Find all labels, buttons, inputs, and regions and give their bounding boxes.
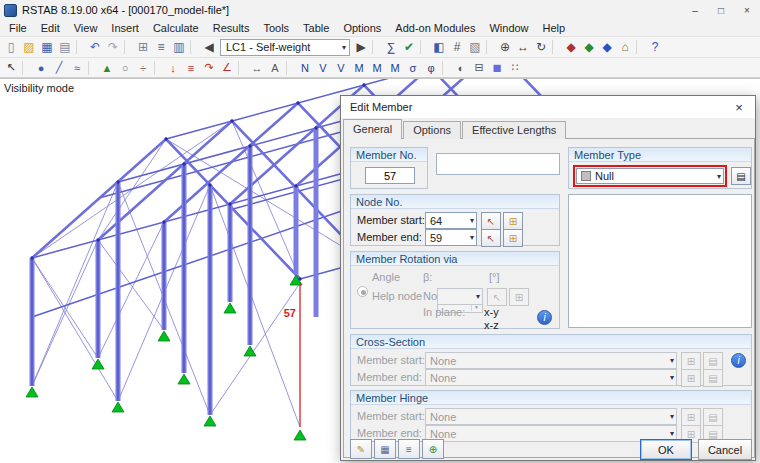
load-case-combo[interactable]: LC1 - Self-weight ▾	[220, 39, 350, 56]
panel-toggle-icon[interactable]: ▧	[466, 38, 484, 56]
menu-file[interactable]: File	[2, 20, 34, 37]
comment-button[interactable]: ✎	[350, 439, 372, 459]
angle-radio[interactable]	[357, 286, 368, 297]
menu-addon-modules[interactable]: Add-on Modules	[388, 20, 482, 37]
visibility-icon[interactable]: ◐	[452, 59, 470, 77]
new-file-icon[interactable]: ▯	[2, 38, 20, 56]
menu-window[interactable]: Window	[482, 20, 535, 37]
panel-icon[interactable]: ▥	[170, 38, 188, 56]
view-x-icon[interactable]: ◆	[562, 38, 580, 56]
new-end-node-button[interactable]: ⊞	[503, 229, 523, 247]
cs-start-combo[interactable]: None ▾	[425, 352, 677, 369]
member-end-node-combo[interactable]: 59 ▾	[425, 229, 477, 246]
tables-icon[interactable]: ⊞	[134, 38, 152, 56]
calculate-icon[interactable]: ∑	[382, 38, 400, 56]
imperfection-icon[interactable]: ∠	[218, 59, 236, 77]
menu-options[interactable]: Options	[336, 20, 388, 37]
menu-calculate[interactable]: Calculate	[146, 20, 206, 37]
clipping-icon[interactable]: ⊟	[470, 59, 488, 77]
cs-end-new-button[interactable]: ⊞	[681, 369, 701, 387]
close-button[interactable]: ×	[734, 0, 760, 20]
pick-end-node-button[interactable]: ↖	[481, 229, 501, 247]
undo-icon[interactable]: ↶	[86, 38, 104, 56]
member-load-icon[interactable]: ≡	[182, 59, 200, 77]
pick-start-node-button[interactable]: ↖	[481, 212, 501, 230]
next-load-case-icon[interactable]: ▶	[352, 38, 370, 56]
menu-edit[interactable]: Edit	[34, 20, 67, 37]
hinge-icon[interactable]: ○	[116, 59, 134, 77]
member-type-library-button[interactable]: ▤	[731, 167, 751, 185]
save-icon[interactable]: ▦	[38, 38, 56, 56]
rotate-view-icon[interactable]: ↻	[532, 38, 550, 56]
minimize-button[interactable]: –	[682, 0, 708, 20]
cs-start-edit-button[interactable]: ▤	[703, 352, 723, 370]
check-model-icon[interactable]: ✔	[400, 38, 418, 56]
cs-start-label: Member start:	[357, 352, 425, 369]
result-vy-icon[interactable]: V	[314, 59, 332, 77]
member-no-input[interactable]	[365, 167, 415, 184]
divide-member-icon[interactable]: ÷	[134, 59, 152, 77]
grid-icon[interactable]: ∷	[506, 59, 524, 77]
nodal-load-icon[interactable]: ↓	[164, 59, 182, 77]
pointer-icon[interactable]: ↖	[2, 59, 20, 77]
result-phi-icon[interactable]: φ	[422, 59, 440, 77]
hinge-start-edit-button[interactable]: ▤	[703, 408, 723, 426]
result-my-icon[interactable]: M	[368, 59, 386, 77]
comment-icon[interactable]: A	[266, 59, 284, 77]
tab-general[interactable]: General	[343, 119, 402, 139]
hinge-start-new-button[interactable]: ⊞	[681, 408, 701, 426]
cs-end-edit-button[interactable]: ▤	[703, 369, 723, 387]
menu-help[interactable]: Help	[536, 20, 573, 37]
result-vz-icon[interactable]: V	[332, 59, 350, 77]
print-icon[interactable]: ▤	[56, 38, 74, 56]
result-values-icon[interactable]: #	[448, 38, 466, 56]
navigator-icon[interactable]: ≡	[152, 38, 170, 56]
new-help-node-button[interactable]: ⊞	[509, 288, 529, 306]
menu-insert[interactable]: Insert	[104, 20, 146, 37]
move-view-icon[interactable]: ↔	[514, 38, 532, 56]
result-mt-icon[interactable]: M	[350, 59, 368, 77]
redo-icon[interactable]: ↷	[104, 38, 122, 56]
cancel-button[interactable]: Cancel	[698, 439, 752, 460]
cs-start-info-button[interactable]: i	[731, 353, 746, 368]
menu-tools[interactable]: Tools	[256, 20, 296, 37]
tab-options[interactable]: Options	[403, 121, 461, 139]
result-n-icon[interactable]: N	[296, 59, 314, 77]
support-icon[interactable]: ▲	[98, 59, 116, 77]
new-node-icon[interactable]: ●	[32, 59, 50, 77]
menu-results[interactable]: Results	[206, 20, 257, 37]
isometric-view-icon[interactable]: ⌂	[616, 38, 634, 56]
moment-load-icon[interactable]: ↷	[200, 59, 218, 77]
tab-effective-lengths[interactable]: Effective Lengths	[462, 121, 566, 139]
menu-view[interactable]: View	[67, 20, 105, 37]
new-member-icon[interactable]: ╱	[50, 59, 68, 77]
cs-end-combo[interactable]: None ▾	[425, 369, 677, 386]
result-sigma-icon[interactable]: σ	[404, 59, 422, 77]
menu-table[interactable]: Table	[296, 20, 336, 37]
view-z-icon[interactable]: ◆	[598, 38, 616, 56]
list-button[interactable]: ≡	[398, 439, 420, 459]
maximize-button[interactable]: □	[708, 0, 734, 20]
settings-button[interactable]: ⊕	[422, 439, 444, 459]
new-start-node-button[interactable]: ⊞	[503, 212, 523, 230]
zoom-icon[interactable]: ⊕	[496, 38, 514, 56]
member-type-combo[interactable]: Null ▾	[576, 168, 724, 184]
spin-down-icon[interactable]: ▼	[471, 304, 481, 311]
rotation-info-button[interactable]: i	[537, 310, 552, 325]
hinge-start-combo[interactable]: None ▾	[425, 408, 677, 425]
cs-start-new-button[interactable]: ⊞	[681, 352, 701, 370]
dialog-close-icon[interactable]: ×	[723, 96, 755, 118]
help-icon[interactable]: ?	[646, 38, 664, 56]
help-node-combo[interactable]: ▾	[437, 288, 483, 305]
rendering-icon[interactable]: ◼	[488, 59, 506, 77]
result-mz-icon[interactable]: M	[386, 59, 404, 77]
show-results-icon[interactable]: ◧	[430, 38, 448, 56]
new-member-set-icon[interactable]: ≈	[68, 59, 86, 77]
member-start-node-combo[interactable]: 64 ▾	[425, 212, 477, 229]
view-y-icon[interactable]: ◆	[580, 38, 598, 56]
open-file-icon[interactable]: ▨	[20, 38, 38, 56]
library-button[interactable]: ▦	[374, 439, 396, 459]
previous-load-case-icon[interactable]: ◀	[200, 38, 218, 56]
ok-button[interactable]: OK	[640, 439, 692, 460]
dimension-icon[interactable]: ↔	[248, 59, 266, 77]
